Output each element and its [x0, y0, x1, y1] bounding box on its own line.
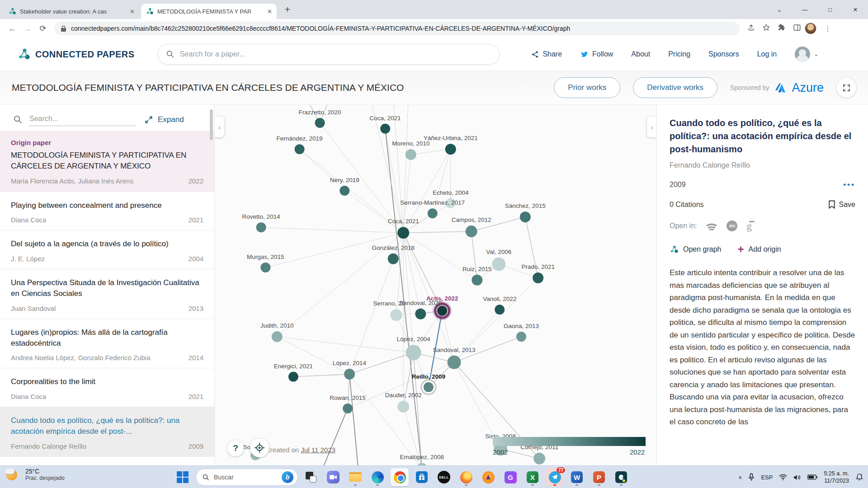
graph-node-nery[interactable]: [340, 186, 349, 196]
notification-bell-icon[interactable]: z: [855, 473, 863, 481]
clipchamp-icon[interactable]: [612, 468, 630, 486]
paper-list-item[interactable]: Corporealities to the limit Diana Coca20…: [0, 368, 214, 407]
wifi-icon[interactable]: [779, 474, 787, 480]
graph-node-frazzetto[interactable]: [315, 118, 325, 128]
telegram-icon[interactable]: 77: [546, 468, 564, 486]
collapse-sidebar-handle[interactable]: ‹: [215, 117, 224, 137]
nav-pricing[interactable]: Pricing: [668, 50, 690, 58]
word-icon[interactable]: W: [568, 468, 586, 486]
graph-node-cornejo[interactable]: [533, 453, 545, 465]
graph-node-murgas[interactable]: [260, 263, 270, 272]
browser-menu-icon[interactable]: ⋮: [820, 24, 835, 33]
graph-node-sandoval2013[interactable]: [448, 356, 461, 369]
microsoft-store-icon[interactable]: [413, 468, 431, 486]
task-view-icon[interactable]: [302, 468, 320, 486]
graph-node-energici[interactable]: [288, 372, 298, 382]
graph-canvas[interactable]: Frazzetto, 2020Coca, 2021Fernández, 2019…: [215, 105, 656, 465]
follow-button[interactable]: Follow: [580, 50, 613, 58]
url-bar[interactable]: connectedpapers.com/main/b8c7462c2528002…: [54, 22, 740, 35]
bookmark-star-icon[interactable]: [759, 23, 774, 33]
paper-search-box[interactable]: [158, 44, 500, 65]
tab-close-icon[interactable]: ✕: [130, 8, 135, 15]
semantic-scholar-icon[interactable]: [706, 221, 717, 231]
paper-search-input[interactable]: [180, 50, 491, 58]
fullscreen-button[interactable]: [836, 78, 856, 98]
taskbar-search-input[interactable]: [214, 474, 282, 481]
back-icon[interactable]: ←: [5, 24, 20, 33]
derivative-works-button[interactable]: Derivative works: [633, 77, 717, 98]
browser-tab-inactive[interactable]: Stakeholder value creation: A cas ✕: [4, 4, 139, 19]
window-minimize-button[interactable]: —: [792, 0, 817, 19]
sidebar-scrollbar[interactable]: [210, 109, 213, 140]
excel-icon[interactable]: X: [524, 468, 542, 486]
paper-list-item[interactable]: Playing between concealment and presence…: [0, 192, 214, 231]
paper-list-item[interactable]: Una Perspectiva Situada de la Investigac…: [0, 269, 214, 319]
share-page-icon[interactable]: [743, 24, 759, 33]
hidden-icons-caret[interactable]: ∧: [738, 474, 742, 480]
graph-node-serrano_m[interactable]: [428, 208, 438, 218]
collapse-detail-handle[interactable]: ›: [647, 117, 656, 137]
window-maximize-button[interactable]: □: [817, 0, 843, 19]
graph-node-dauder[interactable]: [397, 401, 409, 413]
graph-node-coca_c[interactable]: [397, 227, 409, 239]
graph-node-moreno[interactable]: [406, 149, 416, 160]
extensions-puzzle-icon[interactable]: [774, 23, 789, 33]
browser-tab-active[interactable]: METODOLOGÍA FEMINISTA Y PAR ✕: [141, 4, 277, 19]
microphone-icon[interactable]: [748, 473, 755, 481]
graph-node-sandoval2020[interactable]: [415, 309, 426, 319]
sidebar-search-input[interactable]: [28, 113, 136, 126]
battery-icon[interactable]: [807, 474, 817, 480]
graph-node-gaona[interactable]: [516, 332, 526, 342]
sponsor-area[interactable]: Sponsored by Azure: [730, 81, 824, 95]
tab-close-icon[interactable]: ✕: [267, 8, 272, 15]
graph-node-ruiz[interactable]: [472, 275, 482, 286]
paper-list-item[interactable]: Cuando todo es político, ¿qué es la polí…: [0, 407, 214, 457]
start-button[interactable]: [174, 468, 192, 486]
dell-icon[interactable]: DELL: [435, 468, 453, 486]
graph-node-lopez2014[interactable]: [344, 369, 355, 380]
graph-node-coca_top[interactable]: [380, 124, 390, 134]
avast-icon[interactable]: [479, 468, 497, 486]
google-scholar-icon[interactable]: g: [746, 221, 752, 231]
expand-icon[interactable]: [144, 115, 153, 124]
graph-node-rowan[interactable]: [343, 404, 353, 413]
edge-icon[interactable]: [368, 468, 387, 486]
graph-node-vanoli[interactable]: [495, 305, 505, 314]
side-panel-icon[interactable]: [789, 23, 805, 33]
graph-node-rovetto[interactable]: [256, 222, 266, 232]
detail-paper-title[interactable]: Cuando todo es político, ¿qué es la polí…: [670, 117, 855, 156]
volume-icon[interactable]: [793, 474, 801, 481]
graph-node-reillo[interactable]: [424, 382, 434, 392]
recenter-target-button[interactable]: [250, 438, 269, 457]
clock-widget[interactable]: 5:25 a. m. 11/7/2023: [824, 470, 849, 485]
doi-icon[interactable]: doi: [726, 221, 737, 231]
created-date-link[interactable]: Jul 11 2023: [301, 446, 335, 454]
graph-node-val[interactable]: [492, 258, 505, 271]
teams-chat-icon[interactable]: [324, 468, 342, 486]
reload-icon[interactable]: ⟳: [35, 23, 51, 33]
nav-login[interactable]: Log in: [757, 50, 777, 58]
keyboard-language[interactable]: ESP: [761, 474, 773, 481]
nav-about[interactable]: About: [631, 50, 650, 58]
powerpoint-icon[interactable]: P: [590, 468, 608, 486]
more-options-icon[interactable]: •••: [843, 180, 855, 189]
new-tab-button[interactable]: +: [285, 5, 290, 15]
expand-link[interactable]: Expand: [158, 115, 184, 124]
graph-node-campos[interactable]: [466, 225, 477, 237]
paper-list-item[interactable]: Del sujeto a la agencia (a través de lo …: [0, 230, 214, 269]
graph-node-judith[interactable]: [272, 331, 283, 342]
share-button[interactable]: Share: [531, 50, 562, 58]
connected-papers-logo[interactable]: CONNECTED PAPERS: [17, 47, 134, 61]
account-menu[interactable]: ⌄: [795, 47, 818, 62]
graph-node-actis[interactable]: [437, 306, 447, 316]
window-close-button[interactable]: ✕: [843, 0, 868, 19]
graph-node-sanchez[interactable]: [520, 211, 531, 222]
graph-node-lopez2004[interactable]: [406, 345, 421, 360]
nav-sponsors[interactable]: Sponsors: [708, 50, 739, 58]
firefox-icon[interactable]: [457, 468, 475, 486]
paper-list-item[interactable]: Lugares (in)propios: Más allá de la cart…: [0, 319, 214, 369]
help-button[interactable]: ?: [227, 440, 244, 456]
graph-node-yanez[interactable]: [445, 144, 456, 155]
origin-paper-card[interactable]: Origin paper METODOLOGÍA FEMINISTA Y PAR…: [0, 131, 214, 192]
taskbar-search[interactable]: b: [196, 469, 298, 486]
